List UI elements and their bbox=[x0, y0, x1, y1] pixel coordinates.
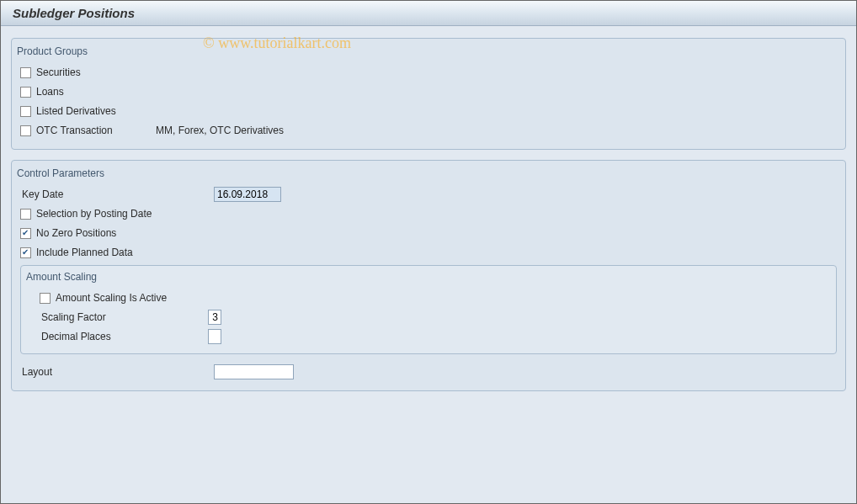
checkbox-securities[interactable] bbox=[20, 67, 31, 78]
input-decimal-places[interactable] bbox=[208, 329, 221, 344]
label-scaling-factor: Scaling Factor bbox=[40, 311, 208, 323]
row-selection-posting: Selection by Posting Date bbox=[20, 204, 837, 223]
checkbox-selection-posting[interactable] bbox=[20, 209, 31, 220]
label-no-zero: No Zero Positions bbox=[35, 227, 116, 239]
checkbox-listed-derivatives[interactable] bbox=[20, 106, 31, 117]
input-scaling-factor[interactable] bbox=[208, 310, 221, 325]
label-loans: Loans bbox=[35, 86, 64, 98]
row-key-date: Key Date bbox=[20, 185, 837, 204]
label-decimal-places: Decimal Places bbox=[40, 331, 208, 342]
label-key-date: Key Date bbox=[20, 188, 214, 200]
row-otc-transaction: OTC Transaction MM, Forex, OTC Derivativ… bbox=[20, 121, 837, 140]
page-title: Subledger Positions bbox=[1, 1, 856, 26]
fieldset-title-product-groups: Product Groups bbox=[17, 45, 88, 57]
label-include-planned: Include Planned Data bbox=[35, 247, 133, 258]
checkbox-scaling-active[interactable] bbox=[40, 293, 51, 304]
fieldset-amount-scaling: Amount Scaling Amount Scaling Is Active … bbox=[20, 265, 837, 354]
checkbox-include-planned[interactable] bbox=[20, 247, 31, 258]
checkbox-no-zero[interactable] bbox=[20, 228, 31, 239]
fieldset-product-groups: Product Groups Securities Loans Listed D… bbox=[11, 38, 846, 150]
row-securities: Securities bbox=[20, 63, 837, 82]
label-listed-derivatives: Listed Derivatives bbox=[35, 105, 116, 117]
row-no-zero: No Zero Positions bbox=[20, 224, 837, 242]
row-loans: Loans bbox=[20, 82, 837, 101]
row-scaling-active: Amount Scaling Is Active bbox=[40, 289, 828, 307]
row-listed-derivatives: Listed Derivatives bbox=[20, 102, 837, 120]
content-area: © www.tutorialkart.com Product Groups Se… bbox=[1, 26, 856, 503]
row-layout: Layout bbox=[20, 363, 837, 381]
row-include-planned: Include Planned Data bbox=[20, 243, 837, 262]
input-layout[interactable] bbox=[214, 364, 294, 379]
fieldset-title-control-parameters: Control Parameters bbox=[17, 167, 104, 179]
label-otc-extra: MM, Forex, OTC Derivatives bbox=[156, 125, 284, 136]
label-otc-transaction: OTC Transaction bbox=[35, 125, 136, 136]
label-scaling-active: Amount Scaling Is Active bbox=[54, 292, 167, 304]
label-selection-posting: Selection by Posting Date bbox=[35, 208, 152, 220]
row-decimal-places: Decimal Places bbox=[40, 327, 828, 346]
input-key-date[interactable] bbox=[214, 187, 281, 202]
label-layout: Layout bbox=[20, 366, 189, 378]
fieldset-control-parameters: Control Parameters Key Date Selection by… bbox=[11, 160, 846, 391]
row-scaling-factor: Scaling Factor bbox=[40, 308, 828, 326]
checkbox-otc-transaction[interactable] bbox=[20, 125, 31, 136]
fieldset-title-amount-scaling: Amount Scaling bbox=[26, 271, 97, 283]
checkbox-loans[interactable] bbox=[20, 87, 31, 98]
label-securities: Securities bbox=[35, 66, 81, 78]
